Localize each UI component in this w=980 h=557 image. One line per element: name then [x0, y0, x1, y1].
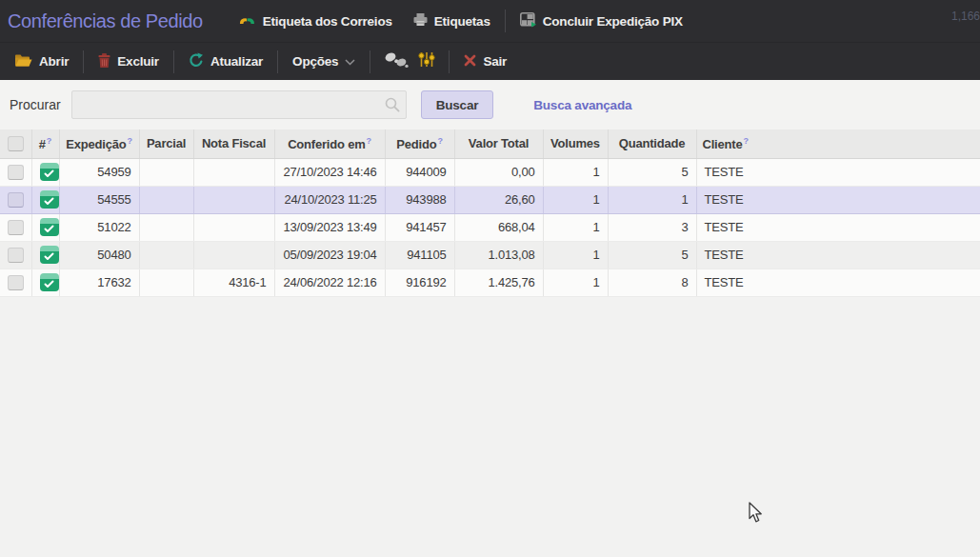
column-header-expedicao[interactable]: Expedição? [59, 129, 139, 158]
table-row[interactable]: 5048005/09/2023 19:049411051.013,0815TES… [0, 241, 980, 269]
cell-nota_fiscal [193, 158, 274, 186]
sair-label: Sair [483, 54, 507, 69]
titlebar-separator [505, 10, 506, 32]
row-select-checkbox[interactable] [8, 165, 24, 180]
cell-nota_fiscal: 4316-1 [193, 269, 274, 296]
toolbar-separator [173, 50, 174, 73]
etiqueta-correios-label: Etiqueta dos Correios [263, 14, 392, 29]
search-icon [385, 97, 400, 116]
search-input[interactable] [71, 90, 407, 119]
titlebar: Conferências de Pedido Etiqueta dos Corr… [0, 0, 980, 42]
cell-quantidade: 1 [608, 186, 696, 213]
concluir-expedicao-pix-label: Concluir Expedição PIX [543, 14, 683, 29]
cell-conferido_em: 13/09/2023 13:49 [274, 213, 385, 241]
cell-valor_total: 1.013,08 [454, 241, 543, 269]
cell-volumes: 1 [543, 269, 608, 296]
cell-pedido: 941105 [385, 241, 454, 269]
toolbar-icon-group [374, 51, 445, 72]
select-all-checkbox[interactable] [8, 136, 24, 151]
abrir-button[interactable]: Abrir [4, 48, 79, 76]
cell-parcial [139, 241, 193, 269]
cell-status [31, 241, 59, 269]
cell-volumes: 1 [543, 158, 608, 186]
printer-icon [413, 12, 428, 30]
concluir-expedicao-pix-button[interactable]: Concluir Expedição PIX [510, 7, 693, 36]
etiquetas-label: Etiquetas [434, 14, 490, 29]
orders-table: #?Expedição?ParcialNota FiscalConferido … [0, 129, 980, 297]
column-header-cliente[interactable]: Cliente? [696, 129, 980, 158]
cell-pedido: 941457 [385, 213, 454, 241]
page-title: Conferências de Pedido [8, 10, 203, 32]
chevron-down-icon [345, 54, 355, 69]
cell-volumes: 1 [543, 186, 608, 213]
cell-parcial [139, 269, 193, 296]
excluir-button[interactable]: Excluir [88, 48, 170, 76]
column-header-select[interactable] [0, 129, 31, 158]
row-select-checkbox[interactable] [8, 220, 24, 235]
cell-select [0, 213, 31, 241]
row-select-checkbox[interactable] [8, 192, 24, 208]
column-header-status[interactable]: #? [31, 129, 59, 158]
cell-expedicao: 54959 [59, 158, 139, 186]
cell-valor_total: 26,60 [454, 186, 543, 213]
toolbar-separator [449, 50, 450, 73]
cell-status [31, 158, 59, 186]
opcoes-button[interactable]: Opções [282, 49, 366, 74]
cell-cliente: TESTE [696, 186, 980, 213]
cell-status [31, 213, 59, 241]
table-row[interactable]: 5495927/10/2023 14:469440090,0015TESTE [0, 158, 980, 186]
search-input-wrap [71, 90, 407, 119]
table-row[interactable]: 176324316-124/06/2022 12:169161921.425,7… [0, 269, 980, 296]
buscar-button[interactable]: Buscar [421, 90, 494, 119]
cell-select [0, 269, 31, 296]
sliders-icon[interactable] [418, 51, 435, 71]
toolbar: Abrir Excluir Atualizar Opções [0, 42, 980, 80]
table-body: 5495927/10/2023 14:469440090,0015TESTE54… [0, 158, 980, 296]
cell-cliente: TESTE [696, 241, 980, 269]
column-header-volumes[interactable]: Volumes [543, 129, 608, 158]
column-header-nota_fiscal[interactable]: Nota Fiscal [193, 129, 274, 158]
table-row[interactable]: 5102213/09/2023 13:49941457668,0413TESTE [0, 213, 980, 241]
search-label: Procurar [10, 97, 61, 112]
cell-parcial [139, 186, 193, 213]
abrir-label: Abrir [39, 54, 69, 69]
atualizar-label: Atualizar [210, 54, 263, 69]
footprints-icon[interactable] [384, 51, 409, 72]
cell-pedido: 943988 [385, 186, 454, 213]
column-header-valor_total[interactable]: Valor Total [454, 129, 543, 158]
conferido-status-icon [40, 190, 59, 209]
refresh-icon [189, 52, 204, 70]
column-help-mark: ? [437, 136, 442, 146]
cell-select [0, 158, 31, 186]
column-help-mark: ? [743, 136, 748, 146]
cell-parcial [139, 158, 193, 186]
cell-pedido: 944009 [385, 158, 454, 186]
row-select-checkbox[interactable] [8, 275, 24, 290]
conferido-status-icon [40, 246, 59, 264]
atualizar-button[interactable]: Atualizar [178, 47, 273, 76]
cell-conferido_em: 24/06/2022 12:16 [274, 269, 385, 296]
etiquetas-button[interactable]: Etiquetas [403, 7, 501, 35]
open-folder-icon [14, 53, 32, 70]
cell-parcial [139, 213, 193, 241]
cell-pedido: 916192 [385, 269, 454, 296]
conferido-status-icon [40, 163, 59, 181]
cell-expedicao: 17632 [59, 269, 139, 296]
correios-arrows-icon [238, 12, 256, 30]
sair-button[interactable]: Sair [453, 49, 517, 75]
table-row[interactable]: 5455524/10/2023 11:2594398826,6011TESTE [0, 186, 980, 213]
column-header-conferido_em[interactable]: Conferido em? [274, 129, 385, 158]
column-header-quantidade[interactable]: Quantidade [608, 129, 696, 158]
cell-volumes: 1 [543, 213, 608, 241]
cell-quantidade: 8 [608, 269, 696, 296]
column-help-mark: ? [127, 136, 131, 146]
column-header-pedido[interactable]: Pedido? [385, 129, 454, 158]
column-header-parcial[interactable]: Parcial [139, 129, 193, 158]
cell-volumes: 1 [543, 241, 608, 269]
cell-cliente: TESTE [696, 213, 980, 241]
busca-avancada-link[interactable]: Busca avançada [533, 98, 631, 112]
opcoes-label: Opções [292, 54, 338, 69]
row-select-checkbox[interactable] [8, 248, 24, 263]
cell-cliente: TESTE [696, 269, 980, 296]
etiqueta-correios-button[interactable]: Etiqueta dos Correios [228, 7, 403, 35]
